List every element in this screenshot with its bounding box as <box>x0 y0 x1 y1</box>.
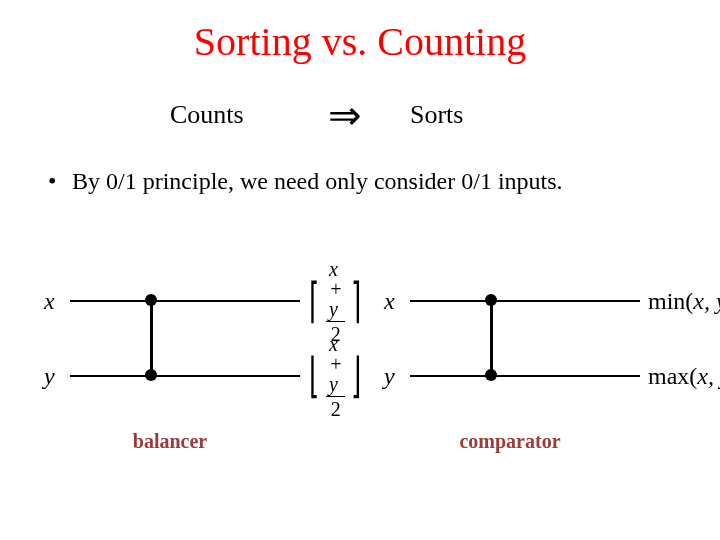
node-bot <box>145 369 157 381</box>
ceil-right-icon: ⌉ <box>352 277 362 325</box>
comparator-rod <box>490 300 493 375</box>
fn-max: max <box>648 363 689 389</box>
sorts-label: Sorts <box>410 100 463 130</box>
bullet-line: • By 0/1 principle, we need only conside… <box>48 168 563 195</box>
balancer-out-bot-num: x + y <box>326 334 345 396</box>
comparator-diagram: x y min(x, y) max(x, y) comparator <box>380 270 700 470</box>
floor-left-icon: ⌊ <box>309 352 319 400</box>
comparator-in-top: x <box>384 288 395 315</box>
balancer-diagram: x y ⌈ x + y 2 ⌉ ⌊ x + y 2 ⌋ balancer <box>40 270 360 470</box>
implication-row: Counts ⇒ Sorts <box>0 100 720 140</box>
slide-title: Sorting vs. Counting <box>0 18 720 65</box>
floor-right-icon: ⌋ <box>352 352 362 400</box>
args-top: x, y <box>693 288 720 314</box>
balancer-out-top-num: x + y <box>326 259 345 321</box>
wire-top <box>410 300 640 302</box>
counts-label: Counts <box>170 100 244 130</box>
bullet-icon: • <box>48 168 66 195</box>
comparator-out-bot: max(x, y) <box>648 363 720 390</box>
node-top <box>145 294 157 306</box>
wire-bot <box>70 375 300 377</box>
wire-bot <box>410 375 640 377</box>
bullet-text: By 0/1 principle, we need only consider … <box>72 168 563 194</box>
balancer-rod <box>150 300 153 375</box>
balancer-caption: balancer <box>40 430 300 453</box>
implies-icon: ⇒ <box>328 92 362 139</box>
balancer-out-bot: ⌊ x + y 2 ⌋ <box>305 349 366 403</box>
wire-top <box>70 300 300 302</box>
balancer-out-top: ⌈ x + y 2 ⌉ <box>305 274 366 328</box>
comparator-caption: comparator <box>380 430 640 453</box>
ceil-left-icon: ⌈ <box>309 277 319 325</box>
comparator-in-bot: y <box>384 363 395 390</box>
balancer-out-bot-den: 2 <box>328 397 344 419</box>
balancer-in-bot: y <box>44 363 55 390</box>
node-bot <box>485 369 497 381</box>
node-top <box>485 294 497 306</box>
comparator-out-top: min(x, y) <box>648 288 720 315</box>
balancer-in-top: x <box>44 288 55 315</box>
fn-min: min <box>648 288 685 314</box>
args-bot: x, y <box>697 363 720 389</box>
